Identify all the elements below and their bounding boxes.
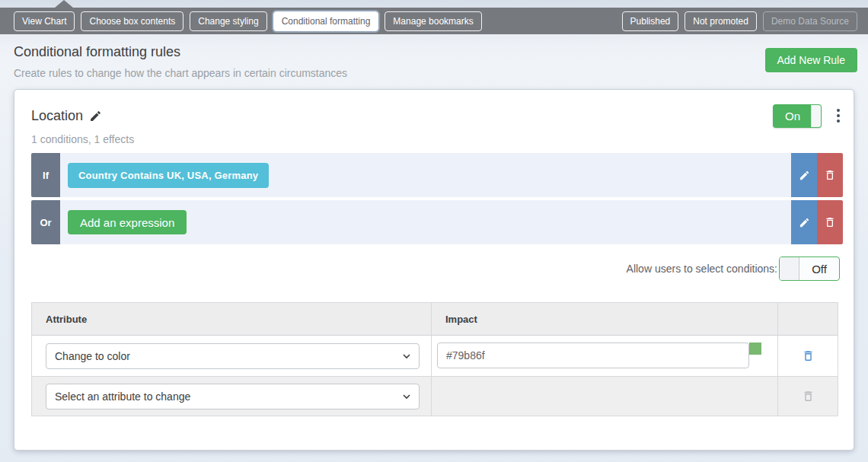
add-expression-button[interactable]: Add an expression [68, 210, 187, 234]
condition-connector-or: Or [31, 200, 60, 244]
rule-summary: 1 conditions, 1 effects [31, 133, 837, 145]
attribute-select-placeholder[interactable]: Select an attribute to change [46, 384, 420, 409]
page-subtitle: Create rules to change how the chart app… [14, 67, 347, 79]
trash-icon [802, 349, 815, 362]
toolbar-button-view-chart[interactable]: View Chart [14, 11, 75, 31]
toolbar-button-conditional-formatting[interactable]: Conditional formatting [273, 11, 379, 31]
impact-cell [432, 336, 778, 376]
delete-effect-button[interactable] [802, 349, 815, 362]
delete-condition-button[interactable] [817, 153, 843, 197]
edit-condition-button[interactable] [791, 153, 817, 197]
delete-effect-button-disabled [802, 390, 815, 403]
top-toolbar: View Chart Choose box contents Change st… [0, 8, 868, 34]
edit-rule-name-pencil-icon[interactable] [89, 110, 102, 123]
column-header-actions [778, 303, 838, 335]
condition-row-or: Or Add an expression [31, 200, 843, 244]
not-promoted-status-button[interactable]: Not promoted [685, 11, 757, 31]
pencil-icon [799, 217, 810, 228]
condition-expression-chip[interactable]: Country Contains UK, USA, Germany [68, 163, 269, 188]
allow-users-label: Allow users to select conditions: [627, 263, 777, 275]
condition-connector-if: If [31, 153, 60, 197]
effects-table-header: Attribute Impact [32, 303, 838, 336]
attribute-cell: Change to color [32, 336, 432, 376]
rule-name: Location [31, 108, 83, 124]
effects-table: Attribute Impact Change to color [31, 302, 838, 416]
rule-card: Location On 1 conditions, 1 effects If C… [14, 89, 854, 451]
actions-cell [778, 377, 838, 416]
toolbar-right-group: Published Not promoted Demo Data Source [622, 11, 857, 31]
rule-menu-kebab-icon[interactable] [832, 106, 844, 126]
pencil-icon [799, 170, 810, 181]
effect-row: Change to color [32, 336, 838, 376]
add-new-rule-button[interactable]: Add New Rule [765, 48, 858, 72]
attribute-cell: Select an attribute to change [32, 377, 432, 416]
column-header-attribute: Attribute [32, 303, 432, 335]
column-header-impact: Impact [432, 303, 778, 335]
effect-row-empty: Select an attribute to change [32, 376, 838, 416]
impact-color-input[interactable] [437, 343, 749, 368]
rule-header-controls: On [773, 104, 844, 128]
actions-cell [778, 336, 838, 376]
condition-row-if: If Country Contains UK, USA, Germany [31, 153, 843, 197]
rule-enabled-toggle[interactable]: On [773, 104, 822, 128]
toggle-knob [780, 257, 799, 280]
condition-body: Country Contains UK, USA, Germany [60, 153, 791, 197]
conditional-formatting-page: View Chart Choose box contents Change st… [0, 0, 868, 462]
trash-icon [824, 169, 836, 181]
published-status-button[interactable]: Published [622, 11, 679, 31]
allow-users-toggle[interactable]: Off [779, 256, 840, 281]
allow-users-state-label: Off [799, 263, 839, 276]
edit-condition-button[interactable] [791, 200, 817, 244]
trash-icon [824, 216, 836, 228]
data-source-button[interactable]: Demo Data Source [763, 11, 857, 31]
delete-condition-button[interactable] [817, 200, 843, 244]
toolbar-button-change-styling[interactable]: Change styling [190, 11, 266, 31]
toolbar-button-manage-bookmarks[interactable]: Manage bookmarks [385, 11, 481, 31]
trash-icon [802, 390, 815, 403]
page-title: Conditional formatting rules [14, 44, 180, 60]
color-swatch[interactable] [749, 343, 761, 355]
impact-cell-empty [432, 377, 778, 416]
rule-header: Location On [31, 103, 844, 129]
toolbar-left-group: View Chart Choose box contents Change st… [14, 11, 482, 31]
toolbar-button-choose-box-contents[interactable]: Choose box contents [81, 11, 183, 31]
allow-users-row: Allow users to select conditions: Off [14, 256, 840, 281]
attribute-select[interactable]: Change to color [46, 343, 420, 369]
toolbar-caret-icon [55, 0, 73, 8]
toggle-knob [811, 105, 821, 127]
condition-body: Add an expression [60, 200, 791, 244]
